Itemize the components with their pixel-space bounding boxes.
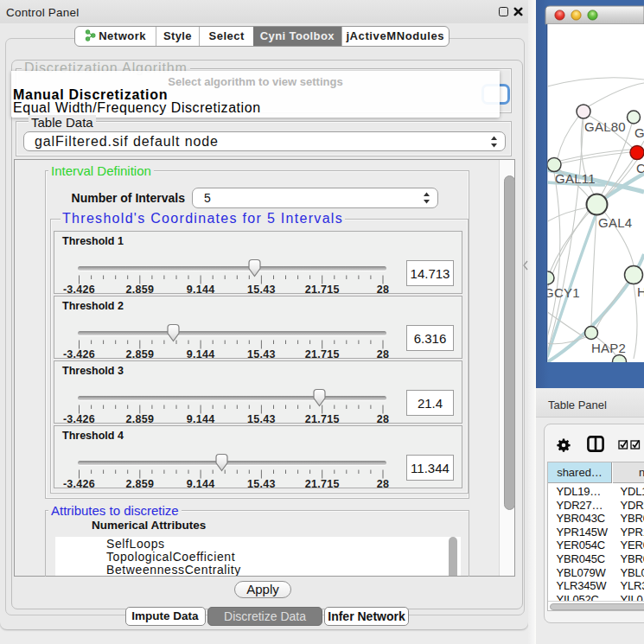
svg-text:HAP2: HAP2 <box>591 341 626 355</box>
svg-text:GAL7: GAL7 <box>634 125 644 140</box>
svg-text:GAL4: GAL4 <box>598 215 632 230</box>
svg-text:GAL80: GAL80 <box>584 119 626 134</box>
svg-text:CRP: CRP <box>636 161 644 175</box>
svg-text:HIS: HIS <box>637 284 644 299</box>
svg-text:GCY1: GCY1 <box>544 285 580 300</box>
svg-text:GAL11: GAL11 <box>555 171 596 186</box>
